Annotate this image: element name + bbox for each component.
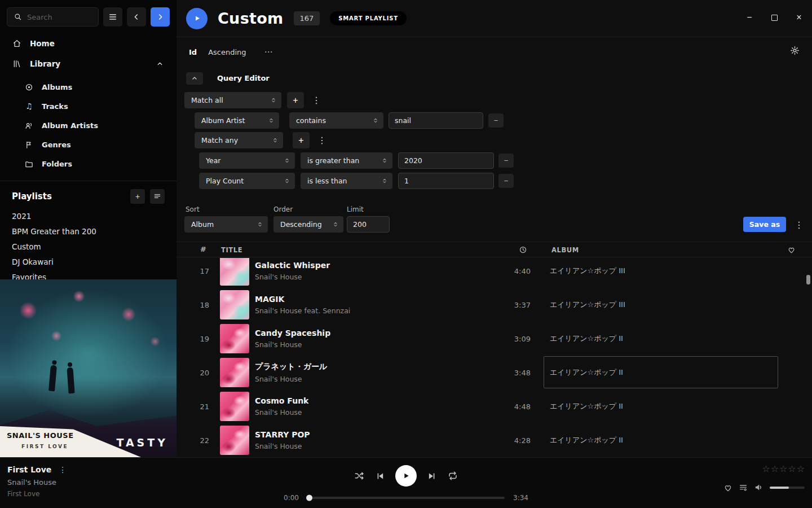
star-icon[interactable]: ☆ — [797, 463, 805, 474]
menu-button[interactable] — [103, 7, 122, 27]
nav-forward-button[interactable] — [151, 7, 170, 27]
track-row[interactable]: 21 Cosmo Funk Snail's House 4:48 エイリアン☆ポ… — [176, 389, 812, 423]
now-playing-info: First Love ⋮ Snail's House First Love — [7, 465, 67, 498]
now-playing-title[interactable]: First Love — [7, 465, 51, 474]
sidebar-item-home[interactable]: Home — [0, 33, 176, 54]
close-button[interactable]: × — [794, 12, 804, 23]
track-row[interactable]: 19 Candy Spaceship Snail's House 3:09 エイ… — [176, 322, 812, 356]
collapse-library-icon[interactable] — [155, 60, 165, 68]
track-duration: 4:28 — [497, 436, 531, 445]
repeat-button[interactable] — [448, 471, 458, 481]
star-icon[interactable]: ☆ — [771, 463, 779, 474]
star-icon[interactable]: ☆ — [788, 463, 796, 474]
rule-operator-select[interactable]: is greater than — [301, 152, 392, 169]
rule-field-select[interactable]: Year — [199, 152, 295, 169]
sidebar-item-albums[interactable]: Albums — [0, 77, 176, 97]
save-as-button[interactable]: Save as — [743, 217, 786, 232]
track-duration: 3:48 — [497, 369, 531, 377]
playlist-item[interactable]: 2021 — [0, 208, 176, 224]
sidebar-item-label: Albums — [42, 83, 72, 91]
previous-icon — [375, 471, 385, 481]
hamburger-icon — [108, 12, 117, 21]
sort-select[interactable]: Album — [184, 216, 268, 233]
rule-value-input[interactable] — [389, 112, 483, 129]
search-input[interactable] — [27, 13, 92, 21]
sidebar-item-genres[interactable]: Genres — [0, 135, 176, 154]
volume-button[interactable] — [754, 483, 764, 492]
next-track-button[interactable] — [427, 471, 437, 481]
column-index[interactable]: # — [200, 245, 207, 253]
now-playing-artist[interactable]: Snail's House — [7, 478, 67, 487]
match-type-select[interactable]: Match all — [184, 92, 281, 108]
rule-field-select[interactable]: Play Count — [199, 173, 295, 189]
remove-rule-button[interactable]: − — [498, 174, 514, 188]
remove-rule-button[interactable]: − — [498, 154, 514, 168]
queue-button[interactable] — [739, 483, 748, 492]
add-playlist-button[interactable]: + — [130, 189, 145, 204]
seek-handle[interactable] — [306, 495, 312, 501]
track-duration: 3:09 — [497, 335, 531, 343]
column-album[interactable]: ALBUM — [551, 246, 579, 254]
playlist-item[interactable]: Custom — [0, 239, 176, 254]
rule-operator-select[interactable]: contains — [289, 112, 383, 129]
limit-input[interactable] — [347, 216, 390, 233]
track-count-badge: 167 — [294, 11, 320, 25]
now-playing-album[interactable]: First Love — [7, 490, 67, 498]
sort-field-button[interactable]: Id — [189, 48, 197, 56]
playlist-list-button[interactable] — [150, 189, 165, 204]
minimize-button[interactable]: − — [744, 12, 754, 23]
collapse-query-editor-button[interactable] — [186, 72, 203, 85]
track-row[interactable]: 18 MAGIK Snail's House feat. Sennzai 3:3… — [176, 288, 812, 322]
rule-operator-select[interactable]: is less than — [301, 173, 392, 189]
remove-rule-button[interactable]: − — [488, 113, 504, 128]
duration-column-icon[interactable] — [519, 246, 527, 256]
sort-direction-button[interactable]: Ascending — [208, 48, 246, 56]
rule-field-select[interactable]: Album Artist — [195, 112, 279, 129]
playlists-title: Playlists — [12, 191, 125, 202]
favorite-column-icon[interactable] — [787, 246, 796, 256]
star-icon[interactable]: ☆ — [779, 463, 787, 474]
add-rule-button[interactable]: + — [287, 92, 304, 108]
more-options-button[interactable]: ⋯ — [264, 47, 273, 57]
save-menu-icon[interactable]: ⋮ — [795, 219, 804, 231]
sidebar-item-folders[interactable]: Folders — [0, 154, 176, 173]
sidebar-item-tracks[interactable]: ♫ Tracks — [0, 97, 176, 116]
sidebar-item-album-artists[interactable]: Album Artists — [0, 116, 176, 135]
rule-value-input[interactable] — [398, 152, 494, 169]
rule-value-input[interactable] — [398, 173, 494, 189]
add-group-rule-button[interactable]: + — [293, 132, 310, 148]
column-title[interactable]: TITLE — [221, 246, 242, 254]
scrollbar-thumb[interactable] — [806, 275, 810, 284]
previous-track-button[interactable] — [375, 471, 385, 481]
play-icon — [401, 471, 411, 480]
playlist-list: 2021 BPM Greater than 200 Custom DJ Okaw… — [0, 208, 176, 284]
seek-bar[interactable] — [307, 497, 505, 499]
group-match-type-select[interactable]: Match any — [195, 132, 283, 148]
order-select[interactable]: Descending — [273, 216, 343, 233]
select-arrows-icon — [284, 157, 290, 164]
track-row[interactable]: 20 プラネット・ガール Snail's House 3:48 エイリアン☆ポッ… — [176, 356, 812, 389]
volume-slider[interactable] — [770, 487, 805, 489]
now-playing-artwork[interactable]: SNAIL'S HOUSE FIRST LOVE TASTY — [0, 279, 176, 457]
sidebar-item-library[interactable]: Library — [0, 54, 176, 74]
artist-icon — [24, 121, 34, 130]
nav-back-button[interactable] — [127, 7, 146, 27]
favorite-button[interactable] — [723, 483, 732, 492]
library-sublist: Albums ♫ Tracks Album Artists Genres — [0, 77, 176, 173]
playlist-item[interactable]: BPM Greater than 200 — [0, 224, 176, 239]
shuffle-button[interactable] — [354, 471, 364, 481]
maximize-button[interactable] — [769, 12, 779, 23]
play-pause-button[interactable] — [395, 465, 417, 487]
group-menu-icon[interactable]: ⋮ — [317, 134, 326, 147]
play-playlist-button[interactable] — [186, 8, 208, 29]
track-number: 21 — [187, 402, 209, 411]
queue-icon — [739, 483, 748, 492]
settings-icon[interactable] — [790, 46, 800, 57]
track-row[interactable]: 22 STARRY POP Snail's House 4:28 エイリアン☆ポ… — [176, 423, 812, 457]
rule-group-menu-icon[interactable]: ⋮ — [312, 94, 321, 107]
track-row[interactable]: 17 Galactic Whisper Snail's House 4:40 エ… — [176, 258, 812, 288]
now-playing-menu-icon[interactable]: ⋮ — [59, 465, 67, 474]
search-box[interactable] — [7, 7, 99, 27]
playlist-item[interactable]: DJ Okawari — [0, 254, 176, 269]
star-icon[interactable]: ☆ — [762, 463, 770, 474]
